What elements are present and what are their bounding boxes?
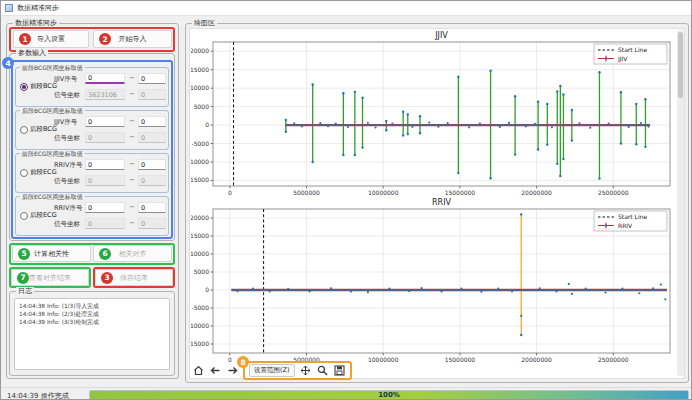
- svg-text:25000000: 25000000: [598, 356, 629, 363]
- set-range-button[interactable]: 设置范围(Z): [249, 364, 295, 377]
- app-window: 数据精准同步 数据精准同步 1 导入设置 2 开始导入 参数输入 4 前段BCG…: [0, 0, 692, 400]
- svg-text:20000: 20000: [191, 47, 209, 54]
- log-line: 14:04:39 Info: (3/3)绘制完成: [19, 318, 165, 326]
- svg-text:20000000: 20000000: [521, 356, 552, 363]
- svg-text:20000: 20000: [191, 214, 209, 221]
- back-ecg-signal-from-input[interactable]: [85, 218, 125, 229]
- radio-back-ecg-label: 后段ECG: [30, 211, 57, 220]
- back-ecg-signal-to-input[interactable]: [138, 218, 166, 229]
- svg-text:15000000: 15000000: [445, 189, 476, 196]
- front-bcg-jjiv-from-input[interactable]: [85, 73, 125, 84]
- som-badge-1: 1: [19, 33, 31, 45]
- log-output[interactable]: 14:04:38 Info: (1/3)导入完成 14:04:38 Info: …: [14, 298, 170, 370]
- plot-scrollbar[interactable]: [677, 30, 684, 376]
- rriv-index-label: RRIV序号: [54, 161, 84, 170]
- progress-bar: 100%: [89, 390, 689, 400]
- svg-text:-15000: -15000: [191, 176, 209, 183]
- back-icon[interactable]: [209, 365, 221, 377]
- range-tilde: ~: [129, 176, 135, 184]
- svg-text:-15000: -15000: [191, 340, 209, 347]
- svg-text:5000: 5000: [194, 103, 209, 110]
- param-section-front-bcg: 前段BCG区间坐标取值 前段BCG JJIV序号 ~ 信号坐标 ~: [15, 67, 169, 107]
- radio-front-bcg[interactable]: [20, 83, 28, 91]
- back-bcg-jjiv-to-input[interactable]: [138, 116, 166, 127]
- radio-back-bcg-label: 后段BCG: [30, 125, 57, 134]
- correlation-align-button[interactable]: 6 相关对齐: [93, 245, 172, 262]
- log-line: 14:04:38 Info: (1/3)导入完成: [19, 302, 165, 310]
- window-title: 数据精准同步: [17, 4, 59, 13]
- rriv-plot[interactable]: 0500000010000000150000002000000025000000…: [191, 197, 673, 367]
- radio-back-bcg[interactable]: [20, 126, 28, 134]
- zoom-icon[interactable]: [317, 365, 329, 377]
- svg-text:10000: 10000: [191, 84, 209, 91]
- svg-text:RRIV: RRIV: [618, 222, 633, 229]
- svg-text:RRIV: RRIV: [432, 198, 451, 207]
- home-icon[interactable]: [192, 365, 204, 377]
- front-bcg-signal-from-input[interactable]: [85, 89, 125, 100]
- back-bcg-jjiv-from-input[interactable]: [85, 116, 125, 127]
- param-section-back-ecg: 后段ECG区间坐标取值 后段ECG RRIV序号 ~ 信号坐标 ~: [15, 196, 169, 236]
- svg-text:15000000: 15000000: [445, 356, 476, 363]
- plot-panel-title: 绘图区: [192, 19, 217, 28]
- front-ecg-signal-from-input[interactable]: [85, 175, 125, 186]
- range-tilde: ~: [129, 160, 135, 168]
- svg-text:10000: 10000: [191, 250, 209, 257]
- front-ecg-rriv-from-input[interactable]: [85, 159, 125, 170]
- compute-correlation-button[interactable]: 5 计算相关性: [12, 245, 91, 262]
- svg-text:15000: 15000: [191, 66, 209, 73]
- import-settings-button[interactable]: 1 导入设置: [13, 30, 89, 48]
- back-ecg-rriv-from-input[interactable]: [85, 202, 125, 213]
- svg-text:Start Line: Start Line: [618, 46, 647, 53]
- svg-text:0: 0: [205, 121, 209, 128]
- front-bcg-jjiv-to-input[interactable]: [138, 73, 166, 84]
- save-result-label: 保存结果: [120, 273, 148, 283]
- svg-text:25000000: 25000000: [598, 189, 629, 196]
- svg-text:-5000: -5000: [192, 140, 210, 147]
- back-bcg-signal-to-input[interactable]: [138, 132, 166, 143]
- log-title: 日志: [16, 287, 34, 296]
- radio-front-ecg[interactable]: [20, 169, 28, 177]
- svg-text:-10000: -10000: [191, 322, 209, 329]
- compute-correlation-label: 计算相关性: [34, 249, 69, 259]
- svg-text:15000: 15000: [191, 232, 209, 239]
- svg-text:-10000: -10000: [191, 158, 209, 165]
- jjiv-index-label: JJIV序号: [54, 118, 84, 127]
- range-tilde: ~: [129, 90, 135, 98]
- correlation-align-label: 相关对齐: [119, 249, 147, 259]
- annotation-box-range-tools: 8 设置范围(Z): [243, 361, 352, 380]
- plot-scrollbar-thumb[interactable]: [678, 32, 683, 98]
- start-import-button[interactable]: 2 开始导入: [93, 30, 172, 48]
- params-title: 参数输入: [16, 49, 48, 58]
- forward-icon[interactable]: [226, 365, 238, 377]
- svg-text:5000: 5000: [194, 268, 209, 275]
- som-badge-7: 7: [17, 272, 29, 284]
- signal-coord-label: 信号坐标: [54, 220, 84, 229]
- svg-text:JJIV: JJIV: [617, 55, 628, 63]
- rriv-index-label: RRIV序号: [54, 204, 84, 213]
- range-tilde: ~: [129, 203, 135, 211]
- param-section-title: 后段ECG区间坐标取值: [20, 193, 85, 200]
- back-bcg-signal-from-input[interactable]: [85, 132, 125, 143]
- som-badge-4: 4: [2, 57, 14, 69]
- range-tilde: ~: [129, 117, 135, 125]
- save-result-button[interactable]: 3 保存结果: [95, 269, 173, 286]
- title-bar: 数据精准同步: [1, 1, 691, 16]
- param-section-title: 后段BCG区间坐标取值: [20, 107, 85, 114]
- svg-text:-5000: -5000: [192, 304, 210, 311]
- app-icon: [5, 4, 13, 12]
- view-align-result-button[interactable]: 7 查看对齐结果: [11, 269, 89, 286]
- front-bcg-signal-to-input[interactable]: [138, 89, 166, 100]
- log-line: 14:04:38 Info: (2/3)处理完成: [19, 310, 165, 318]
- param-section-title: 前段ECG区间坐标取值: [20, 150, 85, 157]
- back-ecg-rriv-to-input[interactable]: [138, 202, 166, 213]
- front-ecg-rriv-to-input[interactable]: [138, 159, 166, 170]
- pan-icon[interactable]: [300, 365, 312, 377]
- save-figure-icon[interactable]: [334, 365, 346, 377]
- front-ecg-signal-to-input[interactable]: [138, 175, 166, 186]
- jjiv-plot[interactable]: 0500000010000000150000002000000025000000…: [191, 30, 673, 200]
- svg-text:Start Line: Start Line: [618, 213, 647, 220]
- radio-back-ecg[interactable]: [20, 212, 28, 220]
- radio-front-bcg-label: 前段BCG: [30, 82, 57, 91]
- jjiv-index-label: JJIV序号: [54, 75, 84, 84]
- param-section-front-ecg: 前段ECG区间坐标取值 前段ECG RRIV序号 ~ 信号坐标 ~: [15, 153, 169, 193]
